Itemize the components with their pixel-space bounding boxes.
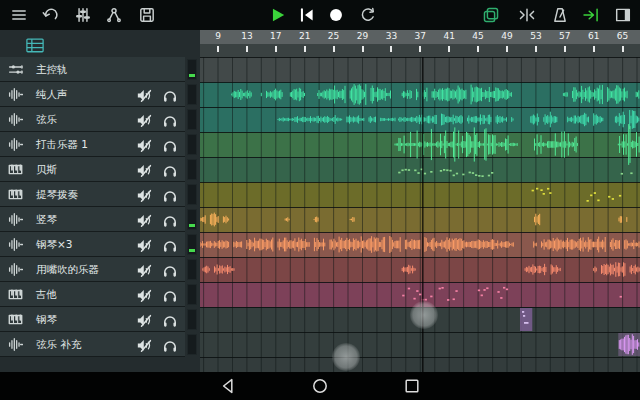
mute-button[interactable] [136, 187, 152, 203]
level-meter [187, 209, 197, 230]
timeline-ruler[interactable]: 591317212529333741454953576165 [200, 30, 640, 57]
track-row[interactable]: 钢琴×3 [0, 232, 185, 257]
track-name: 用嘴吹的乐器 [36, 257, 99, 282]
mute-button[interactable] [136, 287, 152, 303]
loop-button[interactable] [359, 6, 377, 24]
ruler-tick [477, 46, 479, 52]
track-row[interactable]: 钢琴 [0, 307, 185, 332]
track-row[interactable]: 弦乐 补充 [0, 332, 185, 357]
level-meter [187, 134, 197, 155]
skip-to-start-button[interactable] [298, 6, 316, 24]
playlist-view-icon[interactable] [24, 36, 46, 54]
playlist-grid[interactable] [200, 57, 640, 372]
follow-playhead-icon[interactable] [582, 6, 600, 24]
mute-button[interactable] [136, 262, 152, 278]
playlist-canvas[interactable] [200, 57, 640, 372]
track-name: 弦乐 [36, 107, 57, 132]
metronome-icon[interactable] [551, 6, 569, 24]
mute-button[interactable] [136, 212, 152, 228]
waveform-icon [8, 337, 23, 352]
solo-button[interactable] [162, 137, 178, 153]
ruler-bar-label: 53 [527, 31, 545, 41]
ruler-bar-label: 33 [382, 31, 400, 41]
mute-button[interactable] [136, 337, 152, 353]
level-meter [187, 159, 197, 180]
solo-button[interactable] [162, 187, 178, 203]
track-name: 钢琴×3 [36, 232, 72, 257]
track-row[interactable]: 弦乐 [0, 107, 185, 132]
mute-button[interactable] [136, 112, 152, 128]
ruler-bar-label: 65 [614, 31, 632, 41]
mixer-icon[interactable] [74, 6, 92, 24]
level-meter [187, 109, 197, 130]
panel-toggle-icon[interactable] [614, 6, 632, 24]
ruler-tick [333, 46, 335, 52]
edit-tool-icon[interactable] [105, 6, 123, 24]
ruler-tick [304, 46, 306, 52]
track-name: 提琴拨奏 [36, 182, 78, 207]
mute-button[interactable] [136, 312, 152, 328]
track-row[interactable]: 提琴拨奏 [0, 182, 185, 207]
solo-button[interactable] [162, 287, 178, 303]
recents-button[interactable] [402, 376, 422, 396]
mute-button[interactable] [136, 137, 152, 153]
ruler-bar-label: 13 [238, 31, 256, 41]
back-button[interactable] [219, 376, 239, 396]
ruler-tick [390, 46, 392, 52]
track-row[interactable]: 贝斯 [0, 157, 185, 182]
mute-button[interactable] [136, 87, 152, 103]
ruler-tick [275, 46, 277, 52]
master-track-icon [8, 62, 23, 77]
home-button[interactable] [310, 376, 330, 396]
solo-button[interactable] [162, 212, 178, 228]
solo-button[interactable] [162, 87, 178, 103]
record-button[interactable] [327, 6, 345, 24]
level-meter [187, 259, 197, 280]
audio-pattern-clip[interactable] [618, 333, 640, 356]
undo-icon[interactable] [41, 6, 59, 24]
piano-icon [8, 312, 23, 327]
ruler-tick [362, 46, 364, 52]
snap-icon[interactable] [518, 6, 536, 24]
track-name: 纯人声 [36, 82, 68, 107]
waveform-icon [8, 237, 23, 252]
waveform-icon [8, 137, 23, 152]
track-row[interactable]: 竖琴 [0, 207, 185, 232]
ruler-tick [622, 46, 624, 52]
ruler-tick [246, 46, 248, 52]
track-name: 竖琴 [36, 207, 57, 232]
solo-button[interactable] [162, 337, 178, 353]
meter-dot [192, 224, 195, 227]
ruler-tick [506, 46, 508, 52]
solo-button[interactable] [162, 262, 178, 278]
track-name: 弦乐 补充 [36, 332, 81, 357]
track-name: 吉他 [36, 282, 57, 307]
ruler-bar-label: 25 [325, 31, 343, 41]
ruler-bar-label: 17 [267, 31, 285, 41]
ruler-bar-label: 29 [354, 31, 372, 41]
track-row[interactable]: 吉他 [0, 282, 185, 307]
midi-clip[interactable] [620, 296, 622, 298]
solo-button[interactable] [162, 237, 178, 253]
ruler-bar-label: 45 [469, 31, 487, 41]
piano-icon [8, 287, 23, 302]
mute-button[interactable] [136, 237, 152, 253]
waveform-icon [8, 262, 23, 277]
waveform-icon [8, 87, 23, 102]
level-meter [187, 309, 197, 330]
solo-button[interactable] [162, 312, 178, 328]
solo-button[interactable] [162, 112, 178, 128]
level-meter [187, 284, 197, 305]
track-row[interactable]: 纯人声 [0, 82, 185, 107]
track-row[interactable]: 主控轨 [0, 57, 185, 82]
track-row[interactable]: 打击乐器 1 [0, 132, 185, 157]
save-icon[interactable] [138, 6, 156, 24]
play-button[interactable] [269, 6, 287, 24]
menu-icon[interactable] [10, 6, 28, 24]
ruler-tick [564, 46, 566, 52]
copy-icon[interactable] [482, 6, 500, 24]
mute-button[interactable] [136, 162, 152, 178]
solo-button[interactable] [162, 162, 178, 178]
track-row[interactable]: 用嘴吹的乐器 [0, 257, 185, 282]
pattern-clip[interactable] [520, 308, 532, 331]
